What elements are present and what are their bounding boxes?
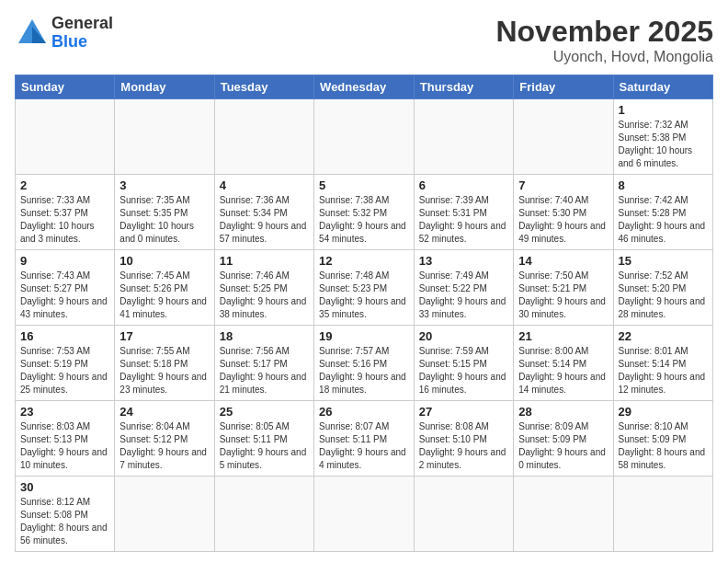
day-info: Sunrise: 7:36 AM Sunset: 5:34 PM Dayligh…: [220, 194, 309, 246]
day-info: Sunrise: 8:10 AM Sunset: 5:09 PM Dayligh…: [619, 420, 709, 472]
day-number: 10: [119, 254, 209, 268]
day-number: 13: [419, 254, 508, 268]
calendar-cell: 20Sunrise: 7:59 AM Sunset: 5:15 PM Dayli…: [414, 326, 513, 401]
day-number: 6: [419, 178, 508, 192]
day-info: Sunrise: 8:04 AM Sunset: 5:12 PM Dayligh…: [119, 420, 209, 472]
day-info: Sunrise: 7:33 AM Sunset: 5:37 PM Dayligh…: [20, 194, 109, 246]
calendar-cell: 14Sunrise: 7:50 AM Sunset: 5:21 PM Dayli…: [514, 250, 613, 326]
weekday-header-wednesday: Wednesday: [314, 75, 415, 99]
day-info: Sunrise: 7:59 AM Sunset: 5:15 PM Dayligh…: [419, 345, 508, 396]
calendar-cell: [613, 477, 713, 552]
calendar-cell: 17Sunrise: 7:55 AM Sunset: 5:18 PM Dayli…: [115, 326, 214, 401]
day-number: 22: [619, 329, 709, 343]
day-number: 21: [518, 329, 608, 343]
day-info: Sunrise: 7:52 AM Sunset: 5:20 PM Dayligh…: [619, 270, 709, 321]
week-row-1: 1Sunrise: 7:32 AM Sunset: 5:38 PM Daylig…: [16, 99, 713, 175]
day-info: Sunrise: 7:57 AM Sunset: 5:16 PM Dayligh…: [319, 345, 409, 396]
calendar-cell: 23Sunrise: 8:03 AM Sunset: 5:13 PM Dayli…: [16, 401, 115, 477]
calendar-cell: 21Sunrise: 8:00 AM Sunset: 5:14 PM Dayli…: [514, 326, 613, 401]
weekday-header-monday: Monday: [115, 75, 214, 99]
calendar-cell: 3Sunrise: 7:35 AM Sunset: 5:35 PM Daylig…: [115, 175, 214, 250]
week-row-2: 2Sunrise: 7:33 AM Sunset: 5:37 PM Daylig…: [16, 175, 713, 250]
calendar-cell: [514, 99, 613, 175]
calendar-cell: [414, 99, 513, 175]
day-info: Sunrise: 8:12 AM Sunset: 5:08 PM Dayligh…: [20, 496, 109, 547]
calendar-cell: [214, 477, 313, 552]
day-number: 25: [220, 405, 309, 419]
day-info: Sunrise: 8:05 AM Sunset: 5:11 PM Dayligh…: [220, 420, 309, 472]
calendar-cell: 2Sunrise: 7:33 AM Sunset: 5:37 PM Daylig…: [16, 175, 115, 250]
weekday-header-tuesday: Tuesday: [214, 75, 313, 99]
day-info: Sunrise: 7:45 AM Sunset: 5:26 PM Dayligh…: [119, 270, 209, 321]
weekday-header-saturday: Saturday: [613, 75, 713, 99]
day-info: Sunrise: 7:53 AM Sunset: 5:19 PM Dayligh…: [20, 345, 109, 396]
day-number: 12: [319, 254, 409, 268]
logo-blue: Blue: [51, 33, 113, 52]
day-info: Sunrise: 7:35 AM Sunset: 5:35 PM Dayligh…: [119, 194, 209, 246]
day-number: 2: [20, 178, 109, 192]
day-number: 27: [419, 405, 508, 419]
calendar-cell: 24Sunrise: 8:04 AM Sunset: 5:12 PM Dayli…: [115, 401, 214, 477]
day-info: Sunrise: 7:46 AM Sunset: 5:25 PM Dayligh…: [220, 270, 309, 321]
day-number: 30: [20, 480, 109, 494]
day-info: Sunrise: 8:03 AM Sunset: 5:13 PM Dayligh…: [20, 420, 109, 472]
calendar-cell: [115, 99, 214, 175]
day-number: 29: [619, 405, 709, 419]
day-number: 19: [319, 329, 409, 343]
day-info: Sunrise: 7:39 AM Sunset: 5:31 PM Dayligh…: [419, 194, 508, 246]
calendar-cell: 12Sunrise: 7:48 AM Sunset: 5:23 PM Dayli…: [314, 250, 415, 326]
logo-wrap: General Blue: [15, 15, 113, 52]
day-number: 4: [220, 178, 309, 192]
day-number: 20: [419, 329, 508, 343]
day-info: Sunrise: 7:32 AM Sunset: 5:38 PM Dayligh…: [619, 119, 709, 170]
calendar-cell: [214, 99, 313, 175]
calendar-cell: 11Sunrise: 7:46 AM Sunset: 5:25 PM Dayli…: [214, 250, 313, 326]
day-info: Sunrise: 7:50 AM Sunset: 5:21 PM Dayligh…: [518, 270, 608, 321]
day-number: 24: [119, 405, 209, 419]
calendar: SundayMondayTuesdayWednesdayThursdayFrid…: [15, 75, 713, 552]
logo: General Blue: [15, 15, 113, 52]
calendar-cell: 27Sunrise: 8:08 AM Sunset: 5:10 PM Dayli…: [414, 401, 513, 477]
day-number: 9: [20, 254, 109, 268]
week-row-5: 23Sunrise: 8:03 AM Sunset: 5:13 PM Dayli…: [16, 401, 713, 477]
day-info: Sunrise: 8:08 AM Sunset: 5:10 PM Dayligh…: [419, 420, 508, 472]
weekday-header-thursday: Thursday: [414, 75, 513, 99]
calendar-cell: 26Sunrise: 8:07 AM Sunset: 5:11 PM Dayli…: [314, 401, 415, 477]
calendar-cell: 22Sunrise: 8:01 AM Sunset: 5:14 PM Dayli…: [613, 326, 713, 401]
month-title: November 2025: [495, 15, 713, 49]
day-info: Sunrise: 8:01 AM Sunset: 5:14 PM Dayligh…: [619, 345, 709, 396]
day-info: Sunrise: 7:43 AM Sunset: 5:27 PM Dayligh…: [20, 270, 109, 321]
calendar-cell: 4Sunrise: 7:36 AM Sunset: 5:34 PM Daylig…: [214, 175, 313, 250]
title-area: November 2025 Uyonch, Hovd, Mongolia: [495, 15, 713, 65]
calendar-cell: [514, 477, 613, 552]
calendar-cell: [16, 99, 115, 175]
calendar-cell: 10Sunrise: 7:45 AM Sunset: 5:26 PM Dayli…: [115, 250, 214, 326]
calendar-cell: 9Sunrise: 7:43 AM Sunset: 5:27 PM Daylig…: [16, 250, 115, 326]
calendar-cell: 19Sunrise: 7:57 AM Sunset: 5:16 PM Dayli…: [314, 326, 415, 401]
week-row-3: 9Sunrise: 7:43 AM Sunset: 5:27 PM Daylig…: [16, 250, 713, 326]
calendar-cell: 29Sunrise: 8:10 AM Sunset: 5:09 PM Dayli…: [613, 401, 713, 477]
day-info: Sunrise: 8:09 AM Sunset: 5:09 PM Dayligh…: [518, 420, 608, 472]
week-row-6: 30Sunrise: 8:12 AM Sunset: 5:08 PM Dayli…: [16, 477, 713, 552]
day-number: 11: [220, 254, 309, 268]
day-number: 26: [319, 405, 409, 419]
day-number: 23: [20, 405, 109, 419]
day-number: 14: [518, 254, 608, 268]
calendar-cell: 13Sunrise: 7:49 AM Sunset: 5:22 PM Dayli…: [414, 250, 513, 326]
calendar-cell: 28Sunrise: 8:09 AM Sunset: 5:09 PM Dayli…: [514, 401, 613, 477]
weekday-header-sunday: Sunday: [16, 75, 115, 99]
day-number: 16: [20, 329, 109, 343]
day-number: 1: [619, 103, 709, 117]
day-info: Sunrise: 7:48 AM Sunset: 5:23 PM Dayligh…: [319, 270, 409, 321]
header: General Blue November 2025 Uyonch, Hovd,…: [15, 15, 713, 65]
calendar-cell: 5Sunrise: 7:38 AM Sunset: 5:32 PM Daylig…: [314, 175, 415, 250]
week-row-4: 16Sunrise: 7:53 AM Sunset: 5:19 PM Dayli…: [16, 326, 713, 401]
weekday-header-friday: Friday: [514, 75, 613, 99]
day-info: Sunrise: 8:00 AM Sunset: 5:14 PM Dayligh…: [518, 345, 608, 396]
day-header-row: SundayMondayTuesdayWednesdayThursdayFrid…: [16, 75, 713, 99]
calendar-cell: 1Sunrise: 7:32 AM Sunset: 5:38 PM Daylig…: [613, 99, 713, 175]
day-info: Sunrise: 7:49 AM Sunset: 5:22 PM Dayligh…: [419, 270, 508, 321]
calendar-cell: [314, 99, 415, 175]
calendar-cell: 18Sunrise: 7:56 AM Sunset: 5:17 PM Dayli…: [214, 326, 313, 401]
day-info: Sunrise: 7:55 AM Sunset: 5:18 PM Dayligh…: [119, 345, 209, 396]
